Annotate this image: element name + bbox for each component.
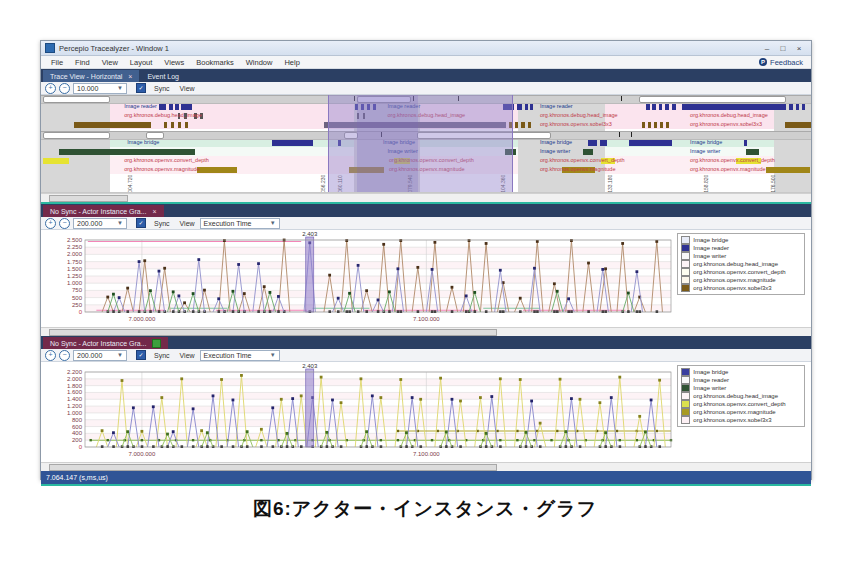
title-bar: Percepio Tracealyzer - Window 1 – □ × <box>41 41 811 56</box>
trace-actor-label: org.khronos.openvx.convert_depth <box>124 156 209 165</box>
legend-label: Image bridge <box>693 237 728 243</box>
feedback-label: Feedback <box>770 58 803 67</box>
close-button[interactable]: × <box>791 43 807 54</box>
close-tab-icon[interactable]: × <box>152 208 156 215</box>
legend-swatch <box>681 260 690 268</box>
trace-bar <box>324 122 506 128</box>
svg-text:1.000: 1.000 <box>67 280 83 286</box>
tab-event-log[interactable]: Event Log <box>140 70 186 82</box>
view-button[interactable]: View <box>175 352 200 359</box>
trace-bar <box>367 104 370 110</box>
zoom-level-combo[interactable]: 200.000▼ <box>73 350 127 361</box>
minimize-button[interactable]: – <box>759 43 775 54</box>
bottom-chart-toolbar: + − 200.000▼ ✓ Sync View Execution Time▼ <box>41 349 811 362</box>
legend-item: Image reader <box>681 244 801 252</box>
legend-label: org.khronos.debug.head_image <box>693 393 778 399</box>
window-bottom-edge <box>41 484 811 486</box>
trace-bar <box>509 122 512 128</box>
view-button[interactable]: View <box>175 220 200 227</box>
trace-bar <box>659 104 663 110</box>
legend-label: Image reader <box>693 245 729 251</box>
trace-actor-label: Image reader <box>388 102 421 111</box>
bottom-chart-hscrollbar[interactable] <box>41 462 811 471</box>
middle-chart-hscrollbar[interactable] <box>41 327 811 336</box>
menu-window[interactable]: Window <box>240 58 279 67</box>
menu-bookmarks[interactable]: Bookmarks <box>190 58 240 67</box>
actor-instance-chart-1[interactable]: 2.5002.2502.0001.7501.5001.2501.00075050… <box>41 230 675 327</box>
app-icon <box>45 43 55 53</box>
legend-swatch <box>681 244 690 252</box>
svg-text:250: 250 <box>72 302 83 308</box>
svg-text:2.200: 2.200 <box>67 369 83 375</box>
legend-item: org.khronos.openvx.convert_depth <box>681 400 801 408</box>
tab-actor-instance-graph-1[interactable]: No Sync - Actor Instance Gra... × <box>43 205 164 217</box>
menu-help[interactable]: Help <box>278 58 305 67</box>
legend-swatch <box>681 252 690 260</box>
trace-bar <box>373 104 376 110</box>
menu-layout[interactable]: Layout <box>124 58 159 67</box>
legend-item: Image reader <box>681 376 801 384</box>
metric-combo[interactable]: Execution Time▼ <box>200 350 280 361</box>
zoom-in-icon[interactable]: + <box>45 83 56 94</box>
menu-view[interactable]: View <box>96 58 124 67</box>
trace-bar <box>349 167 384 173</box>
sync-checkbox[interactable]: ✓ <box>136 83 146 93</box>
trace-bar <box>357 113 359 119</box>
trace-hscrollbar[interactable] <box>41 193 811 202</box>
menu-views[interactable]: Views <box>158 58 190 67</box>
tab-trace-view-horizontal[interactable]: Trace View - Horizontal× <box>43 70 139 82</box>
svg-text:1.500: 1.500 <box>67 266 83 272</box>
sync-label: Sync <box>149 220 175 227</box>
trace-bar <box>355 104 358 110</box>
trace-bar <box>629 140 672 146</box>
trace-actor-label: org.khronos.debug.head_image <box>388 111 466 120</box>
zoom-out-icon[interactable]: − <box>59 350 70 361</box>
trace-bar <box>652 104 656 110</box>
tab-actor-instance-graph-2[interactable]: No Sync - Actor Instance Gra... <box>43 337 168 349</box>
trace-view[interactable]: Image readerImage readerImage readerorg.… <box>41 95 811 193</box>
trace-bar <box>746 149 759 155</box>
view-button[interactable]: View <box>175 85 200 92</box>
feedback-button[interactable]: P Feedback <box>759 58 807 67</box>
metric-combo[interactable]: Execution Time▼ <box>200 218 280 229</box>
actor-instance-chart-2[interactable]: 2.2002.0001.8001.6001.4001.2001.00080060… <box>41 362 675 462</box>
svg-text:7.000.000: 7.000.000 <box>129 451 156 457</box>
menu-file[interactable]: File <box>45 58 69 67</box>
legend-item: Image writer <box>681 384 801 392</box>
trace-actor-label: Image bridge <box>127 138 159 147</box>
trace-bar <box>528 122 531 128</box>
percepio-logo-icon: P <box>759 58 767 66</box>
sync-checkbox[interactable]: ✓ <box>136 218 146 228</box>
close-tab-icon[interactable]: × <box>128 73 132 80</box>
zoom-out-icon[interactable]: − <box>59 83 70 94</box>
trace-actor-label: org.khronos.openvx.magnitude <box>540 165 616 174</box>
zoom-out-icon[interactable]: − <box>59 218 70 229</box>
figure-caption: 図6:アクター・インスタンス・グラフ <box>0 496 850 522</box>
svg-text:600: 600 <box>72 424 83 430</box>
maximize-button[interactable]: □ <box>775 43 791 54</box>
trace-bar <box>654 122 657 128</box>
zoom-level-combo[interactable]: 10.000▼ <box>73 83 127 94</box>
trace-bar <box>338 140 340 146</box>
trace-bar <box>796 104 799 110</box>
trace-actor-label: Image writer <box>388 147 418 156</box>
trace-bar <box>665 104 669 110</box>
top-tab-strip: Trace View - Horizontal×Event Log <box>41 69 811 82</box>
pin-icon[interactable] <box>152 339 161 348</box>
legend-swatch <box>681 408 690 416</box>
zoom-level-combo[interactable]: 200.000▼ <box>73 218 127 229</box>
svg-text:7.100.000: 7.100.000 <box>413 316 440 322</box>
trace-bar <box>171 122 174 128</box>
sync-checkbox[interactable]: ✓ <box>136 350 146 360</box>
legend-label: org.khronos.openvx.convert_depth <box>693 401 785 407</box>
svg-text:2.000: 2.000 <box>67 376 83 382</box>
zoom-in-icon[interactable]: + <box>45 350 56 361</box>
legend-item: org.khronos.openvx.magnitude <box>681 276 801 284</box>
legend-swatch <box>681 268 690 276</box>
legend-label: org.khronos.openvx.sobel3x3 <box>693 285 771 291</box>
menu-find[interactable]: Find <box>69 58 96 67</box>
legend-swatch <box>681 392 690 400</box>
trace-bar <box>666 122 669 128</box>
chevron-down-icon: ▼ <box>270 352 276 358</box>
zoom-in-icon[interactable]: + <box>45 218 56 229</box>
